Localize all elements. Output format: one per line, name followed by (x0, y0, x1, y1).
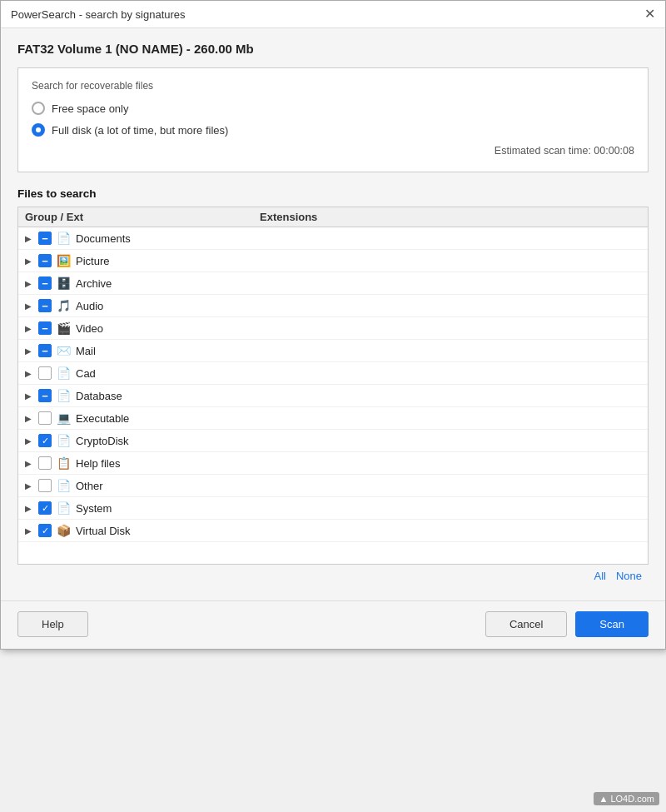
mail-icon: ✉️ (55, 342, 72, 359)
checkbox-picture[interactable] (38, 254, 52, 267)
helpfiles-icon: 📋 (55, 455, 72, 471)
search-box-label: Search for recoverable files (32, 80, 634, 92)
cryptodisk-icon: 📄 (55, 432, 72, 449)
files-section-title: Files to search (17, 187, 649, 200)
volume-title: FAT32 Volume 1 (NO NAME) - 260.00 Mb (17, 42, 649, 56)
row-label-system: System (76, 502, 112, 515)
checkbox-cryptodisk[interactable] (38, 434, 52, 447)
checkbox-documents[interactable] (38, 232, 52, 245)
expand-icon[interactable]: ▶ (22, 254, 35, 267)
list-item[interactable]: ▶ 🗄️ Archive (18, 272, 648, 295)
list-item[interactable]: ▶ 📄 System (18, 497, 648, 520)
list-item[interactable]: ▶ 📄 Other (18, 475, 648, 497)
list-item[interactable]: ▶ 📦 Virtual Disk (18, 520, 648, 542)
checkbox-helpfiles[interactable] (38, 456, 52, 470)
help-button[interactable]: Help (17, 611, 88, 637)
expand-icon[interactable]: ▶ (22, 389, 35, 402)
executable-icon: 💻 (55, 410, 72, 426)
table-header: Group / Ext Extensions (18, 207, 648, 227)
bottom-right-buttons: Cancel Scan (485, 611, 649, 637)
checkbox-video[interactable] (38, 321, 52, 335)
row-label-video: Video (76, 322, 103, 335)
row-label-mail: Mail (76, 345, 96, 357)
checkbox-mail[interactable] (38, 344, 52, 357)
estimated-scan-time: Estimated scan time: 00:00:08 (32, 145, 634, 157)
row-label-archive: Archive (76, 277, 112, 290)
row-label-cryptodisk: CryptoDisk (76, 435, 129, 447)
list-item[interactable]: ▶ 🖼️ Picture (18, 250, 648, 272)
checkbox-executable[interactable] (38, 411, 52, 425)
radio-free-space[interactable]: Free space only (32, 102, 634, 115)
list-item[interactable]: ▶ 📋 Help files (18, 452, 648, 475)
expand-icon[interactable]: ▶ (22, 479, 35, 492)
watermark: ▲ LO4D.com (594, 792, 659, 805)
checkbox-audio[interactable] (38, 299, 52, 312)
row-label-cad: Cad (76, 367, 96, 380)
list-item[interactable]: ▶ 🎵 Audio (18, 295, 648, 317)
window-title: PowerSearch - search by signatures (11, 8, 186, 21)
radio-full-disk-label: Full disk (a lot of time, but more files… (52, 124, 228, 137)
bottom-bar: Help Cancel Scan (1, 600, 665, 649)
cancel-button[interactable]: Cancel (485, 611, 567, 637)
list-item[interactable]: ▶ 📄 CryptoDisk (18, 430, 648, 452)
expand-icon[interactable]: ▶ (22, 344, 35, 357)
row-label-picture: Picture (76, 255, 109, 267)
expand-icon[interactable]: ▶ (22, 232, 35, 245)
row-label-other: Other (76, 480, 103, 492)
list-item[interactable]: ▶ 💻 Executable (18, 407, 648, 430)
system-icon: 📄 (55, 500, 72, 516)
header-ext: Extensions (260, 211, 648, 223)
documents-icon: 📄 (55, 230, 72, 247)
radio-full-disk[interactable]: Full disk (a lot of time, but more files… (32, 123, 634, 137)
row-label-helpfiles: Help files (76, 457, 120, 470)
archive-icon: 🗄️ (55, 275, 72, 291)
expand-icon[interactable]: ▶ (22, 366, 35, 380)
row-label-executable: Executable (76, 412, 129, 425)
row-label-documents: Documents (76, 232, 131, 245)
expand-icon[interactable]: ▶ (22, 299, 35, 312)
list-item[interactable]: ▶ 📄 Cad (18, 362, 648, 385)
all-button[interactable]: All (594, 570, 605, 582)
main-content: FAT32 Volume 1 (NO NAME) - 260.00 Mb Sea… (1, 28, 665, 600)
row-label-audio: Audio (76, 300, 103, 312)
cad-icon: 📄 (55, 365, 72, 381)
list-item[interactable]: ▶ 🎬 Video (18, 317, 648, 340)
radio-full-disk-indicator (32, 123, 45, 137)
picture-icon: 🖼️ (55, 252, 72, 269)
list-item[interactable]: ▶ ✉️ Mail (18, 340, 648, 362)
close-button[interactable]: ✕ (644, 7, 655, 21)
row-label-database: Database (76, 390, 122, 402)
list-item[interactable]: ▶ 📄 Database (18, 385, 648, 407)
main-window: PowerSearch - search by signatures ✕ FAT… (0, 0, 666, 650)
other-icon: 📄 (55, 477, 72, 494)
expand-icon[interactable]: ▶ (22, 411, 35, 425)
virtualdisk-icon: 📦 (55, 522, 72, 539)
radio-free-space-label: Free space only (52, 102, 129, 115)
expand-icon[interactable]: ▶ (22, 456, 35, 470)
header-group: Group / Ext (18, 211, 260, 223)
expand-icon[interactable]: ▶ (22, 434, 35, 447)
all-none-row: All None (17, 565, 649, 587)
database-icon: 📄 (55, 387, 72, 404)
checkbox-archive[interactable] (38, 276, 52, 290)
video-icon: 🎬 (55, 320, 72, 336)
none-button[interactable]: None (616, 570, 642, 582)
title-bar: PowerSearch - search by signatures ✕ (1, 1, 665, 28)
audio-icon: 🎵 (55, 297, 72, 314)
file-table: Group / Ext Extensions ▶ 📄 Documents ▶ 🖼… (17, 207, 649, 565)
list-item[interactable]: ▶ 📄 Documents (18, 227, 648, 250)
search-options-box: Search for recoverable files Free space … (17, 67, 649, 172)
checkbox-cad[interactable] (38, 366, 52, 380)
checkbox-other[interactable] (38, 479, 52, 492)
expand-icon[interactable]: ▶ (22, 276, 35, 290)
checkbox-system[interactable] (38, 501, 52, 515)
checkbox-database[interactable] (38, 389, 52, 402)
row-label-virtualdisk: Virtual Disk (76, 525, 131, 537)
checkbox-virtualdisk[interactable] (38, 524, 52, 537)
expand-icon[interactable]: ▶ (22, 501, 35, 515)
expand-icon[interactable]: ▶ (22, 321, 35, 335)
radio-free-space-indicator (32, 102, 45, 115)
scan-button[interactable]: Scan (575, 611, 649, 637)
expand-icon[interactable]: ▶ (22, 524, 35, 537)
